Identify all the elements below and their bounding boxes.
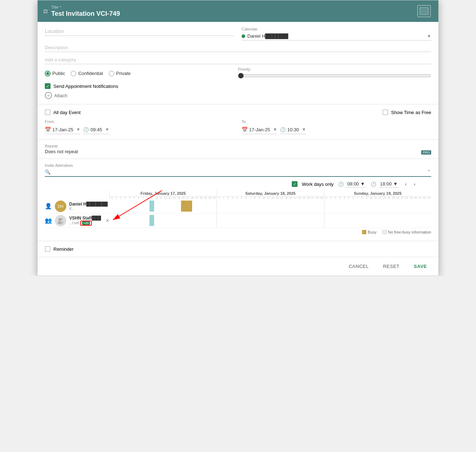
avatar-initials-daniel: DH (58, 204, 63, 208)
to-time-val: 10:30 (287, 127, 299, 132)
to-label: To (242, 119, 431, 124)
hour-cell: 10 (369, 197, 373, 199)
avatar-daniel: DH (55, 201, 66, 212)
showtime-checkbox[interactable] (382, 109, 388, 115)
repeat-select[interactable]: Does not repeat ▼ (45, 149, 431, 154)
hour-cell: 2 (226, 197, 230, 199)
timeline-row-vshn (109, 213, 431, 228)
day-sep-2 (324, 199, 324, 213)
from-date-select[interactable]: 📅 17-Jan-25 ▼ (45, 125, 80, 134)
hour-cell: 21 (203, 197, 208, 199)
allday-label: All day Event (53, 110, 81, 115)
footer: CANCEL RESET SAVE (38, 257, 438, 276)
reminder-section: Reminder (38, 241, 438, 257)
priority-section: Priority (238, 67, 431, 80)
from-clock-icon: 🕐 (83, 127, 89, 132)
legend-nofb-item: No free-busy information (382, 230, 431, 234)
pro-badge: PRO (421, 150, 431, 155)
next-nav-button[interactable]: › (412, 180, 417, 188)
hour-cell: 9 (150, 197, 154, 199)
category-input[interactable] (45, 56, 431, 64)
hours-sun: 0 1 2 3 4 5 6 7 8 9 10 11 12 (324, 197, 431, 199)
day-header-sat: Saturday, January 18, 2025 0 1 2 3 4 5 6… (216, 190, 324, 199)
legend-row: Busy No free-busy information (45, 228, 431, 236)
hour-cell: 7 (356, 197, 360, 199)
hour-cell: 8 (253, 197, 257, 199)
hour-cell: 3 (123, 197, 127, 199)
main-dialog: ⊡ Title * Test Invitation VCI-749 Calend… (37, 0, 439, 276)
hour-cell: 5 (132, 197, 136, 199)
calendar-name-text: Daniel H███████ (247, 33, 427, 39)
cancel-button[interactable]: CANCEL (344, 262, 373, 271)
priority-slider[interactable] (238, 73, 431, 79)
attach-row[interactable]: + Attach (45, 92, 431, 99)
attendees-search-input[interactable] (53, 169, 427, 175)
from-time-select[interactable]: 🕐 09:45 ▼ (83, 126, 109, 134)
hour-cell: 16 (396, 197, 400, 199)
to-date-select[interactable]: 📅 17-Jan-25 ▼ (242, 125, 277, 134)
to-time-select[interactable]: 🕐 10:30 ▼ (280, 126, 306, 134)
person-sub-vshn: ...l.net +45 (69, 221, 103, 226)
clock-icon-start: 🕐 (338, 182, 344, 187)
end-time-range: 🕐 18:00 ▼ (371, 180, 399, 188)
description-input[interactable] (45, 43, 431, 52)
to-clock-icon: 🕐 (280, 127, 286, 132)
from-date-val: 17-Jan-25 (52, 127, 73, 132)
hour-cell: 13 (168, 197, 172, 199)
attendee-count-badge: +45 (82, 221, 90, 225)
hour-cell: 23 (212, 197, 216, 199)
allday-item: All day Event (45, 109, 81, 115)
to-date-val: 17-Jan-25 (249, 127, 270, 132)
hour-cell: 2 (119, 197, 123, 199)
allday-checkbox[interactable] (45, 109, 51, 115)
legend-nofb-color (382, 230, 387, 234)
reminder-checkbox[interactable] (45, 246, 51, 252)
hour-cell: 7 (141, 197, 145, 199)
from-label: From (45, 119, 234, 124)
prev-nav-button[interactable]: ‹ (404, 180, 408, 188)
radio-public[interactable]: Public (45, 71, 65, 76)
calendar-field-group: Calendar Daniel H███████ ▼ (242, 27, 431, 41)
hour-cell: 11 (159, 197, 163, 199)
save-button[interactable]: SAVE (410, 262, 431, 271)
hour-cell: 12 (163, 197, 167, 199)
hour-cell: 17 (293, 197, 297, 199)
cal-person-header (45, 190, 109, 199)
radio-private[interactable]: Private (109, 71, 130, 76)
remove-vshn-button[interactable]: ✕ (106, 218, 109, 223)
person-icon-vshn: 👥 (45, 217, 52, 224)
work-start-time[interactable]: 08:00 ▼ (346, 180, 366, 188)
workdays-checkbox[interactable]: ✓ (292, 181, 298, 187)
allday-row: All day Event Show Time as Free (45, 109, 431, 115)
hour-cell: 10 (154, 197, 158, 199)
reset-button[interactable]: RESET (379, 262, 404, 271)
workdays-label: Work days only (302, 182, 334, 187)
hour-cell: 19 (194, 197, 199, 199)
radio-private-outer (109, 71, 114, 76)
attach-icon: + (45, 92, 52, 99)
radio-confidential[interactable]: Confidential (71, 71, 103, 76)
from-cal-icon: 📅 (45, 127, 51, 132)
reminder-row: Reminder (45, 246, 431, 252)
collapse-button[interactable]: ⌃ (427, 169, 431, 175)
notifications-checkbox[interactable]: ✓ (45, 83, 51, 89)
radio-public-inner (46, 72, 49, 75)
location-input[interactable] (45, 27, 234, 36)
hour-cell: 13 (382, 197, 386, 199)
person-icon-daniel: 👤 (45, 203, 52, 209)
radio-confidential-label: Confidential (78, 71, 103, 76)
visibility-priority-row: Public Confidential Private Priority (45, 67, 431, 80)
work-end-time[interactable]: 18:00 ▼ (379, 180, 399, 188)
repeat-val: Does not repeat (45, 149, 78, 154)
hour-cell: 20 (413, 197, 418, 199)
current-block-daniel (149, 201, 154, 212)
visibility-section: Public Confidential Private (45, 71, 238, 76)
hour-cell: 20 (306, 197, 310, 199)
calendar-select[interactable]: Daniel H███████ ▼ (242, 32, 431, 41)
expand-icon[interactable]: ⊡ (43, 8, 48, 14)
hour-cell: 22 (422, 197, 427, 199)
hour-cell: 19 (409, 197, 413, 199)
from-controls: 📅 17-Jan-25 ▼ 🕐 09:45 ▼ (45, 125, 234, 134)
day-label-sat: Saturday, January 18, 2025 (217, 190, 324, 197)
start-time-arrow: ▼ (360, 181, 365, 187)
